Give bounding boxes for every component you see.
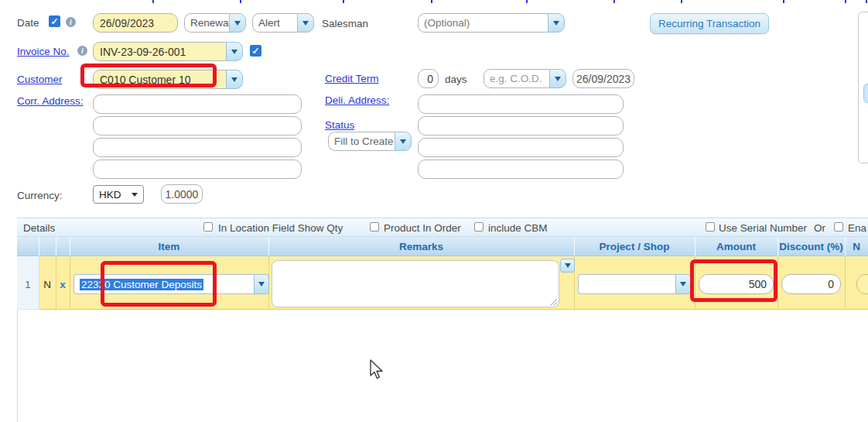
remarks-textarea[interactable] (272, 260, 559, 307)
discount-input[interactable] (781, 274, 841, 294)
currency-label: Currency: (17, 190, 63, 201)
corr-address-line-3[interactable] (93, 138, 302, 157)
deli-address-line-3[interactable] (418, 138, 624, 157)
invoice-no-combobox[interactable]: INV-23-09-26-001 (93, 42, 243, 61)
or-label: Or (814, 222, 825, 234)
credit-terms-placeholder: e.g. C.O.D. (484, 69, 549, 88)
col-header-clipped: N (845, 241, 868, 253)
due-date-field[interactable] (572, 69, 634, 88)
customer-combobox[interactable]: C010 Customer 10 (93, 70, 243, 89)
exchange-rate-field[interactable] (161, 184, 203, 204)
credit-days-input[interactable] (418, 69, 439, 88)
corr-address-line-2[interactable] (93, 116, 302, 136)
amount-input[interactable] (699, 274, 774, 294)
in-location-show-qty-checkbox[interactable] (203, 222, 213, 232)
remarks-dropdown-button[interactable] (560, 259, 575, 273)
chevron-down-icon[interactable] (254, 274, 269, 294)
deli-address-line-2[interactable] (418, 116, 624, 136)
days-label: days (445, 74, 467, 85)
currency-select[interactable]: HKD (93, 185, 144, 204)
status-select-value: Fill to Create (328, 132, 395, 151)
row-delete-button[interactable]: x (56, 279, 70, 290)
customer-value: C010 Customer 10 (93, 70, 226, 89)
project-shop-value (578, 274, 675, 294)
product-in-order-label: Product In Order (384, 222, 461, 234)
col-header-discount: Discount (%) (777, 241, 845, 253)
use-serial-number-checkbox[interactable] (706, 222, 715, 232)
salesman-label: Salesman (322, 18, 368, 29)
chevron-down-icon[interactable] (297, 13, 314, 33)
col-header-remarks: Remarks (268, 241, 574, 253)
chevron-down-icon[interactable] (675, 274, 691, 294)
currency-select-value: HKD (99, 189, 121, 201)
col-header-amount: Amount (695, 241, 777, 253)
include-cbm-checkbox[interactable] (474, 222, 484, 232)
status-link[interactable]: Status (325, 119, 354, 131)
invoice-no-value: INV-23-09-26-001 (93, 42, 226, 61)
enable-clipped-label: Ena (848, 222, 866, 234)
item-selected-text: 22320 Customer Deposits (80, 279, 203, 290)
deli-address-line-4[interactable] (418, 160, 624, 179)
chevron-down-icon[interactable] (395, 132, 412, 151)
alert-select-value: Alert (252, 13, 297, 33)
date-label: Date (17, 17, 39, 29)
salesman-select-value: (Optional) (418, 13, 548, 33)
col-header-project-shop: Project / Shop (574, 241, 695, 253)
customer-link[interactable]: Customer (17, 74, 63, 85)
credit-term-link[interactable]: Credit Term (325, 73, 379, 84)
corr-address-link[interactable]: Corr. Address: (17, 95, 84, 107)
date-input[interactable] (93, 13, 178, 33)
row-new-flag: N (39, 279, 56, 290)
chevron-down-icon[interactable] (226, 42, 243, 61)
alert-select[interactable]: Alert (252, 13, 314, 33)
in-location-show-qty-label: In Location Field Show Qty (218, 222, 343, 234)
col-header-item: Item (70, 241, 268, 253)
use-serial-number-label: Use Serial Number (719, 222, 807, 234)
chevron-down-icon[interactable] (229, 13, 246, 33)
corr-address-line-1[interactable] (93, 94, 302, 114)
renewal-select[interactable]: Renewal (184, 13, 246, 33)
mouse-cursor (369, 359, 384, 381)
deli-address-link[interactable]: Deli. Address: (325, 94, 389, 106)
invoice-info-icon[interactable]: i (77, 46, 87, 56)
clipped-column-input[interactable] (856, 274, 868, 294)
corr-address-line-4[interactable] (93, 160, 302, 179)
invoice-entry-screen: Date ✓ i Renewal Alert Salesman (Optiona… (0, 0, 868, 422)
enable-clipped-checkbox[interactable] (834, 222, 843, 232)
chevron-down-icon[interactable] (548, 13, 565, 33)
item-value: 22320 Customer Deposits (73, 274, 254, 294)
chevron-down-icon[interactable] (549, 69, 566, 88)
date-checkbox[interactable]: ✓ (49, 15, 60, 27)
resize-handle-icon[interactable] (550, 298, 558, 306)
renewal-select-value: Renewal (184, 13, 229, 33)
date-info-icon[interactable]: i (66, 17, 76, 27)
include-cbm-label: include CBM (488, 222, 548, 234)
deli-address-line-1[interactable] (418, 94, 624, 114)
invoice-auto-checkbox[interactable]: ✓ (250, 45, 261, 57)
recurring-transaction-button[interactable]: Recurring Transaction (650, 13, 769, 34)
chevron-down-icon (132, 193, 138, 197)
credit-terms-select[interactable]: e.g. C.O.D. (484, 69, 566, 88)
invoice-no-link[interactable]: Invoice No. (17, 46, 70, 57)
salesman-select[interactable]: (Optional) (418, 13, 565, 33)
row-number: 1 (17, 279, 39, 290)
chevron-down-icon[interactable] (226, 70, 243, 89)
status-select[interactable]: Fill to Create (328, 132, 412, 151)
details-title: Details (23, 222, 55, 234)
project-shop-combobox[interactable] (578, 274, 691, 294)
item-combobox[interactable]: 22320 Customer Deposits (73, 274, 269, 294)
side-panel-button-clipped[interactable] (863, 84, 868, 103)
product-in-order-checkbox[interactable] (370, 222, 379, 232)
